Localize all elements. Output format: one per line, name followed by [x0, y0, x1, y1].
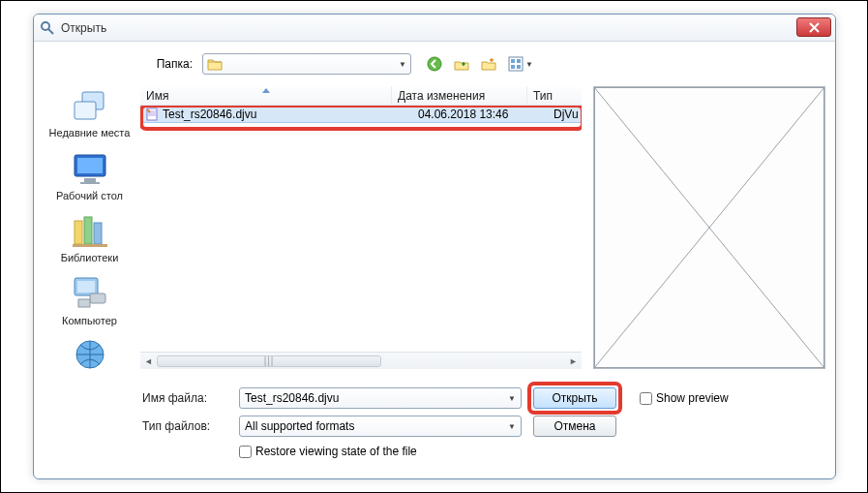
network-icon	[69, 337, 111, 376]
place-label: Недавние места	[44, 127, 135, 139]
svg-rect-22	[90, 293, 105, 303]
svg-rect-19	[73, 244, 107, 247]
chevron-down-icon: ▼	[508, 422, 516, 431]
computer-icon	[69, 274, 111, 313]
place-recent[interactable]: Недавние места	[44, 86, 135, 139]
column-date[interactable]: Дата изменения	[392, 86, 527, 105]
place-label: Компьютер	[44, 315, 135, 327]
svg-rect-9	[517, 65, 521, 69]
svg-rect-23	[78, 299, 90, 307]
svg-rect-17	[84, 217, 92, 244]
place-label: Библиотеки	[44, 252, 135, 264]
file-name: Test_rs20846.djvu	[163, 108, 412, 121]
place-label: Рабочий стол	[44, 190, 135, 202]
horizontal-scrollbar[interactable]: ◄ ||| ►	[140, 352, 582, 369]
dialog-body: Папка: ▼	[34, 42, 835, 478]
libraries-icon	[69, 211, 111, 250]
chevron-down-icon: ▼	[399, 60, 406, 69]
view-menu-button[interactable]: ▼	[504, 53, 537, 75]
column-headers: Имя Дата изменения Тип	[140, 86, 582, 106]
screenshot-frame: Открыть Папка: ▼	[0, 0, 868, 493]
file-list: Имя Дата изменения Тип Test_rs20846.djvu…	[140, 86, 582, 369]
back-button[interactable]	[423, 53, 446, 75]
svg-point-0	[42, 22, 49, 30]
column-type[interactable]: Тип	[527, 86, 582, 105]
filename-combo[interactable]: Test_rs20846.djvu ▼	[239, 387, 522, 409]
folder-icon	[207, 57, 223, 71]
svg-line-1	[48, 29, 53, 34]
desktop-icon	[69, 149, 111, 188]
show-preview-label: Show preview	[656, 391, 729, 405]
svg-rect-14	[84, 178, 96, 182]
show-preview-checkbox[interactable]	[640, 392, 652, 405]
scroll-right-arrow[interactable]: ►	[565, 353, 582, 369]
svg-rect-8	[511, 65, 515, 69]
scroll-thumb[interactable]: |||	[157, 355, 381, 367]
cancel-button[interactable]: Отмена	[533, 416, 616, 437]
filetype-value: All supported formats	[245, 419, 354, 433]
chevron-down-icon: ▼	[525, 60, 533, 69]
new-folder-button[interactable]	[477, 53, 500, 75]
svg-rect-18	[94, 223, 102, 244]
filename-value: Test_rs20846.djvu	[245, 391, 339, 405]
app-icon	[40, 20, 55, 36]
lookin-combo[interactable]: ▼	[202, 53, 411, 75]
scroll-track[interactable]: |||	[157, 355, 565, 367]
scroll-left-arrow[interactable]: ◄	[140, 353, 157, 369]
recent-places-icon	[69, 86, 111, 125]
titlebar[interactable]: Открыть	[34, 15, 835, 42]
file-rows[interactable]: Test_rs20846.djvu 04.06.2018 13:46 DjVu …	[140, 106, 582, 352]
dialog-title: Открыть	[61, 21, 106, 35]
file-icon	[144, 108, 160, 121]
restore-view-label: Restore viewing state of the file	[255, 445, 417, 458]
svg-rect-13	[77, 158, 103, 173]
preview-pane	[593, 86, 825, 369]
svg-rect-6	[511, 59, 515, 63]
up-one-level-button[interactable]	[450, 53, 473, 75]
file-row[interactable]: Test_rs20846.djvu 04.06.2018 13:46 DjVu …	[140, 106, 582, 123]
filetype-label: Тип файлов:	[142, 419, 239, 433]
file-date: 04.06.2018 13:46	[412, 108, 548, 121]
places-bar: Недавние места Рабочий стол Библиотеки	[44, 86, 135, 378]
svg-rect-15	[80, 182, 100, 184]
svg-rect-16	[75, 221, 82, 244]
svg-point-2	[428, 57, 441, 71]
svg-rect-21	[77, 281, 95, 293]
column-name[interactable]: Имя	[140, 86, 392, 105]
filename-label: Имя файла:	[142, 391, 239, 405]
open-button[interactable]: Открыть	[533, 387, 616, 409]
svg-rect-11	[75, 102, 96, 119]
place-computer[interactable]: Компьютер	[44, 274, 135, 327]
lookin-row: Папка: ▼	[137, 51, 823, 77]
place-desktop[interactable]: Рабочий стол	[44, 149, 135, 202]
place-libraries[interactable]: Библиотеки	[44, 211, 135, 264]
toolbar-icons: ▼	[423, 53, 537, 75]
restore-view-checkbox[interactable]	[239, 446, 252, 458]
file-type: DjVu Doc.	[548, 108, 581, 121]
svg-rect-7	[517, 59, 521, 63]
filetype-combo[interactable]: All supported formats ▼	[239, 416, 522, 437]
place-network[interactable]	[44, 337, 135, 378]
open-file-dialog: Открыть Папка: ▼	[33, 14, 836, 479]
chevron-down-icon: ▼	[508, 394, 516, 403]
lookin-label: Папка:	[137, 57, 202, 71]
close-button[interactable]	[796, 17, 831, 37]
bottom-controls: Имя файла: Test_rs20846.djvu ▼ Открыть S…	[142, 386, 825, 465]
